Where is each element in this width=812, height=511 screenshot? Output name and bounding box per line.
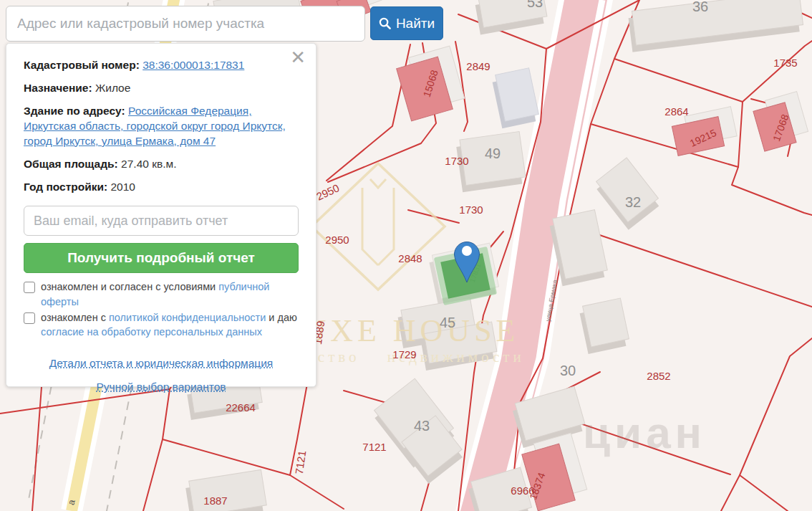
building-number: 53 [527,0,543,10]
parcel-details: Кадастровый номер: 38:36:000013:17831Наз… [24,58,299,194]
parcel-number: 1887 [203,495,227,507]
manual-select-link[interactable]: Ручной выбор вариантов [96,381,226,393]
field-label: Кадастровый номер: [24,59,142,71]
search-button[interactable]: Найти [370,6,443,40]
detail-row: Назначение: Жилое [24,81,299,96]
close-icon[interactable]: ✕ [290,47,306,69]
watermark-cian: циан [583,408,706,457]
search-bar: Найти [6,6,443,42]
building-number: 43 [414,418,430,434]
consent-link[interactable]: политикой конфиденциальности [109,312,266,323]
consent-checkboxes: ознакомлен и согласен с условиями публич… [24,280,299,339]
parcel-number: 2950 [325,234,349,246]
parcel-number: 2848 [398,252,422,264]
parcel-number: 2864 [664,105,688,118]
checkbox-row: ознакомлен и согласен с условиями публич… [24,280,299,309]
map-pin-hole [462,246,472,256]
building-number: 36 [692,0,708,14]
field-value: 2010 [110,181,135,193]
parcel-number: 1729 [392,348,416,360]
building-number: 49 [485,145,501,161]
consent-text: ознакомлен с [41,312,109,323]
panel-links: Детали отчета и юридическая информация Р… [24,357,299,393]
parcel-number: 1730 [445,155,468,167]
parcel-info-panel: ✕ Кадастровый номер: 38:36:000013:17831Н… [6,43,316,387]
parcel-number: 1730 [459,204,483,216]
consent-text: ознакомлен и согласен с условиями [41,281,218,292]
parcel-number: 2852 [647,370,670,382]
get-report-button[interactable]: Получить подробный отчет [24,243,299,273]
report-details-link[interactable]: Детали отчета и юридическая информация [49,357,273,370]
field-value: 27.40 кв.м. [121,158,176,170]
building-number: 45 [440,315,455,330]
building[interactable] [583,298,629,347]
building-number: 32 [625,194,641,210]
parcel-number: 22664 [226,401,256,414]
checkbox-label: ознакомлен с политикой конфиденциальност… [41,310,299,340]
email-input[interactable] [24,206,299,236]
parcel-number: 2849 [466,60,490,72]
detail-row: Кадастровый номер: 38:36:000013:17831 [24,58,299,73]
checkbox-row: ознакомлен с политикой конфиденциальност… [24,310,299,340]
checkbox-label: ознакомлен и согласен с условиями публич… [41,280,299,309]
detail-row: Здание по адресу: Российская Федерация, … [24,104,299,149]
field-label: Год постройки: [24,181,110,193]
search-icon [379,17,391,29]
search-input[interactable] [6,6,365,42]
building-number: 30 [560,363,576,378]
checkbox[interactable] [24,282,35,293]
detail-row: Общая площадь: 27.40 кв.м. [24,157,299,172]
consent-text: и даю [266,312,297,323]
field-value: Жилое [95,82,130,94]
parcel-number: 1735 [773,57,797,69]
field-label: Назначение: [24,82,95,94]
field-value[interactable]: 38:36:000013:17831 [142,59,244,71]
field-label: Общая площадь: [24,158,121,170]
parcel-number: 7121 [362,441,386,453]
checkbox[interactable] [24,312,35,324]
field-label: Здание по адресу: [24,105,128,117]
detail-row: Год постройки: 2010 [24,180,299,195]
cadastral-map-app: LUXE HOUSEагентство недвижимостициан5336… [0,0,812,511]
search-button-label: Найти [396,16,435,32]
consent-link[interactable]: согласие на обработку персональных данны… [41,326,262,338]
